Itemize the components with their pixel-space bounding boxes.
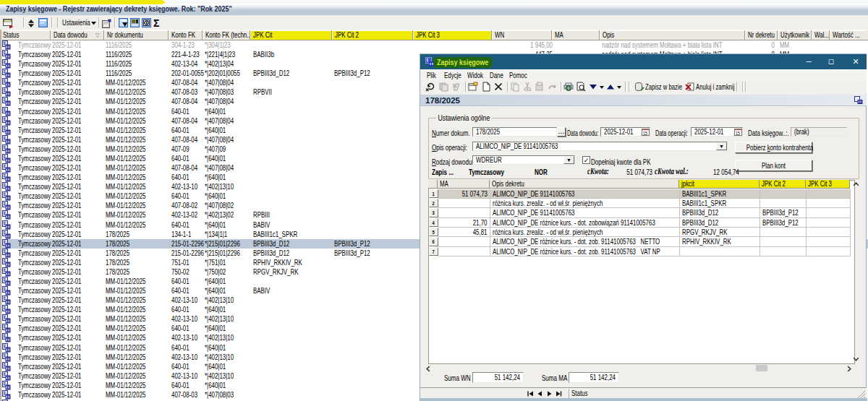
svg-text:15: 15	[643, 130, 648, 136]
svg-text:15: 15	[736, 130, 741, 136]
